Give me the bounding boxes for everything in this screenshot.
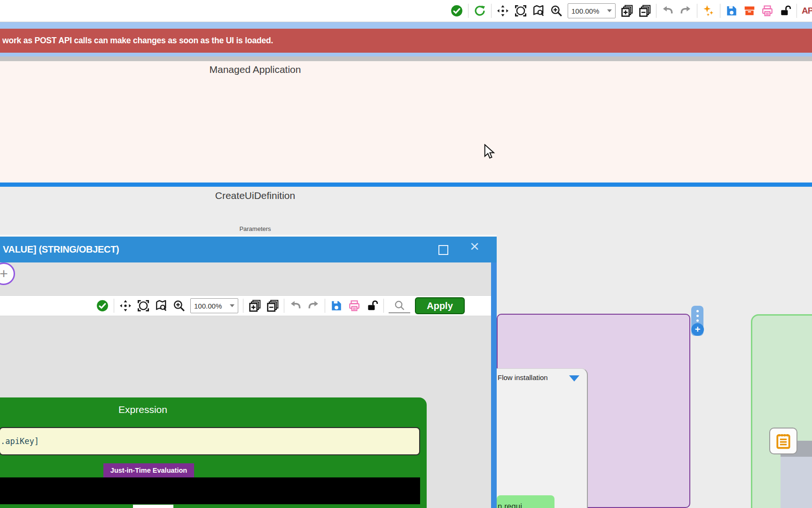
save-icon[interactable] bbox=[725, 4, 738, 17]
undo-icon[interactable] bbox=[289, 299, 302, 312]
gray-strip bbox=[0, 56, 812, 61]
remove-page-icon[interactable] bbox=[638, 4, 651, 17]
remove-page-icon[interactable] bbox=[266, 299, 279, 312]
ai-sparkles-icon[interactable] bbox=[702, 4, 715, 17]
dialog-title: VALUE] (STRING/OBJECT) bbox=[0, 244, 119, 255]
window-body bbox=[781, 457, 812, 508]
toolbar-separator bbox=[325, 299, 325, 313]
app-logo: AP bbox=[802, 6, 812, 16]
toolbar-separator bbox=[656, 4, 656, 18]
add-page-icon[interactable] bbox=[248, 299, 261, 312]
toolbar-separator bbox=[697, 4, 697, 18]
dot-icon bbox=[696, 315, 699, 317]
clipboard-node[interactable] bbox=[769, 428, 797, 454]
create-ui-definition-title: CreateUiDefinition bbox=[0, 190, 510, 201]
redo-icon[interactable] bbox=[307, 299, 320, 312]
add-node-button[interactable]: + bbox=[691, 323, 704, 336]
toolbar-separator bbox=[491, 4, 492, 18]
dropdown-triangle-icon[interactable] bbox=[569, 375, 579, 381]
print-icon[interactable] bbox=[761, 4, 774, 17]
dialog-toolbar: 100.00% Apply bbox=[0, 295, 491, 316]
expression-header: Expression bbox=[0, 404, 427, 415]
managed-application-canvas[interactable] bbox=[0, 61, 812, 183]
unlock-icon[interactable] bbox=[779, 4, 792, 17]
toolbar-separator bbox=[243, 299, 243, 313]
jit-evaluation-badge: Just-in-Time Evaluation bbox=[103, 463, 194, 477]
dot-icon bbox=[696, 319, 699, 322]
zoom-level-select[interactable]: 100.00% bbox=[190, 298, 238, 313]
apply-button[interactable]: Apply bbox=[415, 297, 465, 314]
expression-value-input[interactable]: .apiKey] bbox=[0, 427, 420, 455]
flow-installation-label: Flow installation bbox=[498, 373, 548, 381]
search-input[interactable] bbox=[389, 298, 410, 313]
validate-check-icon[interactable] bbox=[96, 299, 109, 312]
warning-banner: work as POST API calls can make changes … bbox=[0, 29, 812, 53]
save-icon[interactable] bbox=[330, 299, 343, 312]
inline-field[interactable] bbox=[133, 505, 173, 508]
toolbar-separator bbox=[468, 4, 468, 18]
redo-icon[interactable] bbox=[679, 4, 692, 17]
clipboard-icon bbox=[774, 432, 792, 450]
print-icon[interactable] bbox=[348, 299, 361, 312]
parameters-label: Parameters bbox=[0, 225, 510, 232]
close-icon[interactable]: × bbox=[470, 238, 479, 254]
toolbar-separator bbox=[114, 299, 114, 313]
dialog-right-border bbox=[491, 262, 497, 508]
zoom-level-select[interactable]: 100.00% bbox=[568, 3, 616, 18]
map-search-icon[interactable] bbox=[532, 4, 545, 17]
section-divider bbox=[0, 183, 812, 187]
chevron-down-icon bbox=[607, 9, 612, 12]
zoom-in-icon[interactable] bbox=[172, 299, 186, 312]
zoom-level-value: 100.00% bbox=[194, 302, 222, 310]
maximize-icon[interactable] bbox=[438, 245, 448, 255]
main-toolbar: 100.00% AP bbox=[0, 0, 812, 22]
pan-icon[interactable] bbox=[496, 4, 509, 17]
pan-icon[interactable] bbox=[119, 299, 132, 312]
dot-icon bbox=[696, 310, 699, 312]
managed-application-title: Managed Application bbox=[0, 64, 510, 75]
toolbar-separator bbox=[796, 4, 797, 18]
blue-strip-bottom bbox=[0, 53, 812, 56]
request-node-text: n requi bbox=[498, 502, 522, 508]
chevron-down-icon bbox=[230, 304, 234, 307]
refresh-icon[interactable] bbox=[473, 4, 486, 17]
search-icon bbox=[394, 300, 405, 311]
expression-value-text: .apiKey] bbox=[0, 437, 39, 446]
toolbar-separator bbox=[383, 299, 384, 313]
add-page-icon[interactable] bbox=[620, 4, 633, 17]
toolbar-separator bbox=[284, 299, 284, 313]
blue-strip-top bbox=[0, 22, 812, 29]
undo-icon[interactable] bbox=[661, 4, 674, 17]
app-screen: 100.00% AP work as POST API calls can ma… bbox=[0, 0, 812, 508]
flow-installation-panel[interactable]: Flow installation bbox=[493, 368, 588, 508]
dialog-titlebar[interactable]: VALUE] (STRING/OBJECT) × bbox=[0, 237, 497, 262]
validate-check-icon[interactable] bbox=[450, 4, 463, 17]
zoom-level-value: 100.00% bbox=[571, 7, 599, 15]
request-node[interactable]: n requi bbox=[497, 495, 554, 508]
circle-select-icon[interactable] bbox=[514, 4, 527, 17]
map-search-icon[interactable] bbox=[155, 299, 168, 312]
toolbar-separator bbox=[720, 4, 720, 18]
warning-banner-text: work as POST API calls can make changes … bbox=[0, 36, 273, 46]
archive-icon[interactable] bbox=[743, 4, 756, 17]
expression-code-area[interactable] bbox=[0, 477, 420, 504]
circle-select-icon[interactable] bbox=[137, 299, 150, 312]
expression-panel: Expression .apiKey] Just-in-Time Evaluat… bbox=[0, 397, 427, 508]
unlock-icon[interactable] bbox=[366, 299, 379, 312]
zoom-in-icon[interactable] bbox=[550, 4, 563, 17]
